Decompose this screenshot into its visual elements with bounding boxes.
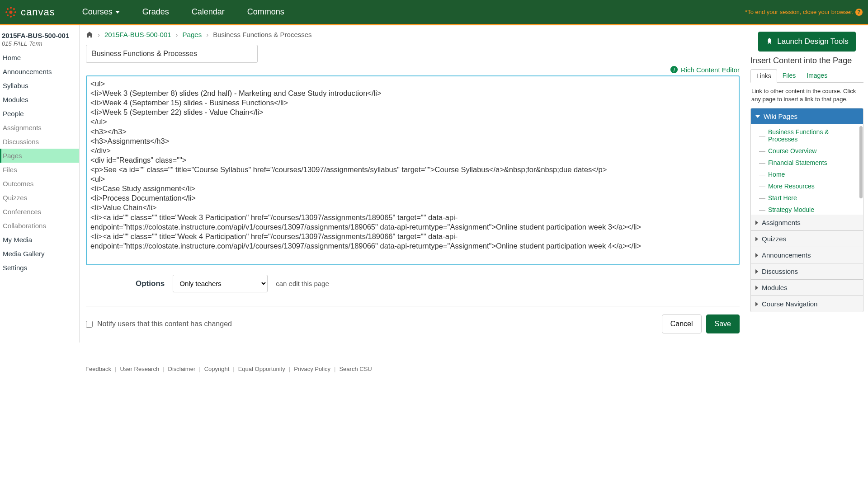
triangle-right-icon <box>755 302 758 306</box>
wiki-page-link[interactable]: —Course Overview <box>751 145 863 157</box>
course-nav-item[interactable]: Home <box>0 51 79 65</box>
save-button[interactable]: Save <box>706 314 740 333</box>
canvas-logo-icon <box>5 6 17 19</box>
accordion-section[interactable]: Quizzes <box>751 230 863 247</box>
cancel-button[interactable]: Cancel <box>662 314 702 333</box>
course-nav-item[interactable]: Files <box>0 163 79 177</box>
dash-icon: — <box>759 159 764 166</box>
course-nav-item[interactable]: Modules <box>0 93 79 107</box>
course-nav-item[interactable]: Collaborations <box>0 219 79 233</box>
wiki-page-label: More Resources <box>768 183 815 190</box>
course-nav-item[interactable]: Syllabus <box>0 79 79 93</box>
wiki-page-link[interactable]: —Start Here <box>751 192 863 204</box>
tab-images[interactable]: Images <box>801 69 833 82</box>
notify-checkbox[interactable] <box>86 321 93 328</box>
dash-icon: — <box>759 147 764 155</box>
launch-label: Launch Design Tools <box>777 37 849 46</box>
course-nav-item[interactable]: Assignments <box>0 121 79 135</box>
tab-links[interactable]: Links <box>750 69 777 83</box>
wiki-page-label: Financial Statements <box>768 159 827 166</box>
nav-calendar[interactable]: Calendar <box>192 7 225 17</box>
launch-design-tools-button[interactable]: Launch Design Tools <box>758 32 856 52</box>
accordion-section[interactable]: Announcements <box>751 247 863 263</box>
right-sidebar: Launch Design Tools Insert Content into … <box>746 25 868 343</box>
course-nav-item[interactable]: Discussions <box>0 135 79 149</box>
scrollbar[interactable] <box>859 126 863 198</box>
rocket-icon <box>765 38 774 46</box>
breadcrumb-sep: › <box>206 31 208 38</box>
svg-point-4 <box>14 11 16 13</box>
footer-link[interactable]: User Research <box>120 366 159 372</box>
breadcrumb-pages[interactable]: Pages <box>183 31 202 38</box>
footer-link[interactable]: Copyright <box>204 366 230 372</box>
accordion-title: Wiki Pages <box>764 113 797 120</box>
nav-commons[interactable]: Commons <box>247 7 284 17</box>
triangle-down-icon <box>755 115 760 118</box>
footer-link[interactable]: Disclaimer <box>168 366 196 372</box>
accordion-title: Course Navigation <box>762 300 817 308</box>
divider: | <box>289 366 290 372</box>
course-nav-item[interactable]: Pages <box>0 149 79 163</box>
course-code: 2015FA-BUS-500-001 <box>0 30 79 40</box>
dash-icon: — <box>759 183 764 190</box>
svg-point-0 <box>9 10 13 14</box>
svg-point-8 <box>13 14 15 16</box>
wiki-pages-list: —Business Functions & Processes—Course O… <box>751 124 863 215</box>
course-nav-item[interactable]: Settings <box>0 261 79 275</box>
accordion-section[interactable]: Assignments <box>751 215 863 230</box>
nav-grades[interactable]: Grades <box>142 7 169 17</box>
accordion-title: Modules <box>762 284 788 291</box>
accordion-section[interactable]: Discussions <box>751 263 863 279</box>
footer-link[interactable]: Privacy Policy <box>294 366 330 372</box>
chevron-down-icon <box>115 11 120 14</box>
rce-toggle[interactable]: i Rich Content Editor <box>86 66 740 74</box>
session-message: *To end your session, close your browser… <box>745 9 868 16</box>
course-nav-item[interactable]: Outcomes <box>0 177 79 191</box>
triangle-right-icon <box>755 237 758 241</box>
edit-permissions-select[interactable]: Only teachers <box>173 275 268 292</box>
course-nav-item[interactable]: Quizzes <box>0 191 79 205</box>
nav-label: Commons <box>247 7 284 17</box>
triangle-right-icon <box>755 221 758 225</box>
wiki-page-link[interactable]: —More Resources <box>751 180 863 192</box>
nav-courses[interactable]: Courses <box>82 7 120 17</box>
wiki-page-link[interactable]: —Financial Statements <box>751 157 863 169</box>
course-nav-item[interactable]: People <box>0 107 79 121</box>
accordion-wiki-pages[interactable]: Wiki Pages <box>751 108 863 124</box>
notify-text: Notify users that this content has chang… <box>97 320 232 328</box>
notify-checkbox-label[interactable]: Notify users that this content has chang… <box>86 320 232 328</box>
brand-text: canvas <box>21 6 55 18</box>
wiki-page-link[interactable]: —Business Functions & Processes <box>751 126 863 145</box>
html-editor-textarea[interactable] <box>86 75 740 265</box>
footer-link[interactable]: Feedback <box>85 366 111 372</box>
divider: | <box>334 366 335 372</box>
course-nav-item[interactable]: My Media <box>0 233 79 247</box>
wiki-page-link[interactable]: —Home <box>751 169 863 180</box>
course-nav-item[interactable]: Media Gallery <box>0 247 79 261</box>
accordion-section[interactable]: Course Navigation <box>751 296 863 312</box>
wiki-page-link[interactable]: —Strategy Module <box>751 204 863 215</box>
wiki-page-label: Home <box>768 171 785 178</box>
tab-files[interactable]: Files <box>777 69 802 82</box>
top-header: canvas Courses Grades Calendar Commons *… <box>0 0 868 25</box>
page-title-input[interactable] <box>86 45 258 63</box>
footer: Feedback|User Research|Disclaimer|Copyri… <box>79 359 868 381</box>
accordion-section[interactable]: Modules <box>751 279 863 296</box>
logo-area[interactable]: canvas <box>0 6 55 19</box>
home-icon[interactable] <box>86 31 93 38</box>
svg-marker-9 <box>115 11 120 14</box>
course-nav-item[interactable]: Announcements <box>0 65 79 79</box>
footer-link[interactable]: Search CSU <box>339 366 372 372</box>
options-label: Options <box>136 279 165 288</box>
course-nav-item[interactable]: Conferences <box>0 205 79 219</box>
footer-link[interactable]: Equal Opportunity <box>238 366 285 372</box>
help-icon[interactable]: ? <box>855 9 863 16</box>
right-tabs: Links Files Images <box>750 69 863 83</box>
nav-label: Calendar <box>192 7 225 17</box>
svg-point-2 <box>10 15 12 17</box>
dash-icon: — <box>759 194 764 202</box>
triangle-right-icon <box>755 253 758 258</box>
accordion-title: Quizzes <box>762 235 786 243</box>
wiki-page-label: Start Here <box>768 194 797 202</box>
breadcrumb-course[interactable]: 2015FA-BUS-500-001 <box>104 31 171 38</box>
